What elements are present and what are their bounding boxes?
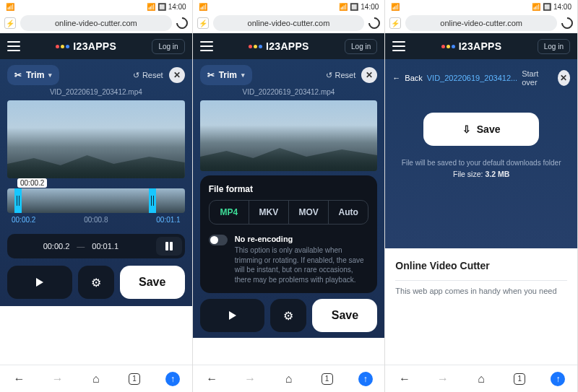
nav-back-icon[interactable]: ← [397,372,412,386]
trim-dropdown[interactable]: ✂ Trim ▾ [7,65,59,85]
play-icon [36,278,43,287]
brand-logo: I23APPS [249,40,309,52]
article-body: This web app comes in handy when you nee… [395,280,567,295]
nav-up-button[interactable]: ↑ [165,372,180,386]
login-button[interactable]: Log in [152,39,184,54]
app-header: I23APPS Log in [385,33,577,59]
trim-handle-left[interactable] [14,188,22,213]
format-mkv[interactable]: MKV [249,201,289,224]
svg-rect-1 [170,242,173,251]
undo-icon: ↺ [133,71,139,80]
nav-tabs-button[interactable]: 1 [512,372,527,386]
back-arrow-icon[interactable]: ← [392,74,400,82]
time-tooltip: 00:00.2 [17,178,47,188]
settings-button[interactable]: ⚙ [270,299,306,332]
reload-icon[interactable] [173,15,190,32]
hamburger-icon[interactable] [7,41,20,51]
format-auto[interactable]: Auto [329,201,368,224]
browser-url-bar: ⚡ online-video-cutter.com [385,13,577,33]
scissors-icon: ✂ [14,70,22,80]
trim-dropdown[interactable]: ✂ Trim ▾ [200,65,252,85]
nav-forward-icon[interactable]: → [436,372,450,386]
login-button[interactable]: Log in [345,39,377,54]
browser-bottom-nav: ← → ⌂ 1 ↑ [385,365,577,392]
app-header: I23APPS Log in [193,33,385,59]
timeline[interactable] [7,188,185,213]
play-button[interactable] [7,266,72,299]
browser-bottom-nav: ← → ⌂ 1 ↑ [0,365,192,392]
gear-icon: ⚙ [283,309,293,323]
url-field[interactable]: online-video-cutter.com [213,15,365,31]
nav-up-button[interactable]: ↑ [551,372,565,386]
nav-home-icon[interactable]: ⌂ [474,372,488,386]
save-button[interactable]: Save [120,266,185,299]
format-options: MP4 MKV MOV Auto [209,200,369,225]
format-sheet: File format MP4 MKV MOV Auto No re-encod… [200,175,378,293]
login-button[interactable]: Log in [538,39,570,54]
video-preview[interactable] [7,100,185,178]
format-mp4[interactable]: MP4 [210,201,249,224]
reencode-toggle[interactable] [209,235,228,245]
range-start[interactable]: 00:00.2 [43,242,70,251]
nav-up-button[interactable]: ↑ [358,372,373,386]
nav-home-icon[interactable]: ⌂ [281,372,296,386]
url-field[interactable]: online-video-cutter.com [20,15,172,31]
toggle-title: No re-encoding [235,235,369,243]
trim-handle-right[interactable] [149,188,156,213]
chevron-down-icon: ▾ [241,71,245,79]
close-button[interactable]: ✕ [361,67,377,83]
nav-forward-icon[interactable]: → [243,372,257,386]
svg-rect-0 [165,242,168,251]
brand-logo: I23APPS [56,40,116,52]
brand-logo: I23APPS [441,40,502,52]
undo-icon: ↺ [326,71,332,80]
play-button[interactable] [200,299,265,332]
reload-icon[interactable] [366,15,383,32]
reload-icon[interactable] [559,15,576,32]
reset-button[interactable]: ↺Reset [326,71,356,80]
settings-button[interactable]: ⚙ [78,266,114,299]
scissors-icon: ✂ [207,70,215,80]
download-message: File will be saved to your default downl… [392,159,570,178]
timeline-labels: 00:00.2 00:00.8 00:01.1 [7,216,185,224]
play-icon [229,311,236,320]
status-bar: 📶 📶🔲14:00 [385,0,577,13]
close-button[interactable]: ✕ [558,70,570,86]
range-end[interactable]: 00:01.1 [92,242,118,251]
nav-forward-icon[interactable]: → [51,372,65,386]
hamburger-icon[interactable] [392,41,405,51]
nav-home-icon[interactable]: ⌂ [89,372,103,386]
crop-icon [164,241,174,251]
hamburger-icon[interactable] [200,41,213,51]
format-title: File format [209,184,369,194]
lightning-icon[interactable]: ⚡ [389,17,401,29]
browser-url-bar: ⚡ online-video-cutter.com [0,13,192,33]
url-field[interactable]: online-video-cutter.com [405,15,557,31]
nav-back-icon[interactable]: ← [12,372,27,386]
format-mov[interactable]: MOV [289,201,329,224]
time-range-bar: 00:00.2 — 00:01.1 [7,234,185,258]
start-over-button[interactable]: Start over [522,69,549,87]
crop-button[interactable] [156,237,182,256]
back-label[interactable]: Back [405,74,422,82]
nav-tabs-button[interactable]: 1 [320,372,335,386]
nav-tabs-button[interactable]: 1 [127,372,142,386]
chevron-down-icon: ▾ [48,71,52,79]
browser-url-bar: ⚡ online-video-cutter.com [193,13,385,33]
video-preview[interactable] [200,100,378,171]
lightning-icon[interactable]: ⚡ [197,17,209,29]
toggle-desc: This option is only available when trimm… [235,245,369,284]
nav-back-icon[interactable]: ← [204,372,219,386]
save-download-button[interactable]: ⇩ Save [423,113,539,146]
filename-short: VID_20220619_203412... [427,74,517,82]
lightning-icon[interactable]: ⚡ [4,17,16,29]
status-bar: 📶 📶🔲14:00 [193,0,385,13]
save-button[interactable]: Save [312,299,377,332]
gear-icon: ⚙ [91,276,101,289]
close-button[interactable]: ✕ [169,67,185,83]
article-section: Online Video Cutter This web app comes i… [385,248,577,357]
status-bar: 📶 📶🔲14:00 [0,0,192,13]
app-header: I23APPS Log in [0,33,192,59]
browser-bottom-nav: ← → ⌂ 1 ↑ [193,365,385,392]
reset-button[interactable]: ↺ Reset [133,71,163,80]
